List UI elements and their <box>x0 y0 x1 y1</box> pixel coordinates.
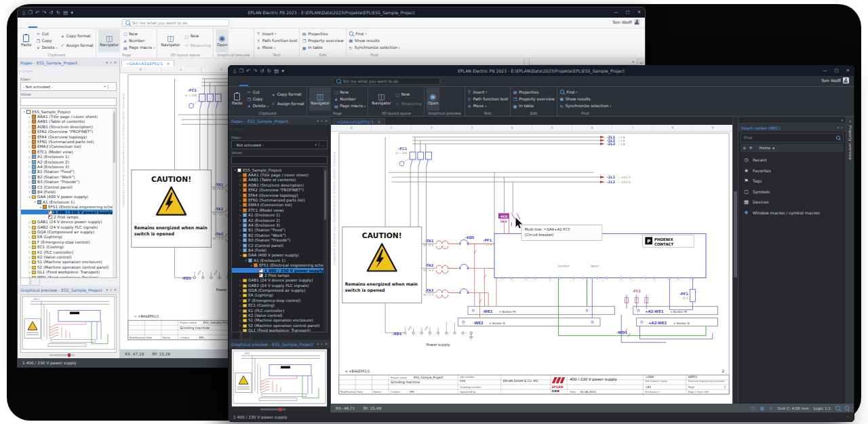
ribbon-search[interactable]: Tell me what you want to do <box>122 19 229 26</box>
property-overview-button[interactable]: ❐Property overview <box>302 39 344 43</box>
show-results-button[interactable]: ▦Show results <box>349 38 400 43</box>
tab-close-icon[interactable]: ✕ <box>166 62 170 66</box>
tree-item[interactable]: 1 400 / 230 V power supply <box>232 268 327 273</box>
tree-item[interactable]: ▾ ESS_Sample_Project <box>232 168 327 172</box>
tree-item[interactable]: ▷ A4 (Enclosure 3) <box>232 223 327 227</box>
property-overview-button[interactable]: ❐Property overview <box>513 97 555 102</box>
tree-item[interactable]: ▷ AAB1 (Table of contents) <box>21 119 116 124</box>
tree-item[interactable]: ▷ GAB1 (24 V device power supply) <box>21 220 116 225</box>
editor-canvas[interactable]: Protected by copyright. Passing on as we… <box>331 132 732 404</box>
user-account[interactable]: Tom Wolff <box>612 19 640 25</box>
tree-scrollbar[interactable] <box>113 109 116 277</box>
qat-icon[interactable]: ↺ <box>49 7 53 18</box>
tree-item[interactable]: ▷ EFN1 (Summarized parts list) <box>21 139 116 144</box>
breadcrumb[interactable]: Home ▸ <box>756 145 778 151</box>
tree-item[interactable]: ▷ GL1 (Feed workpiece: Transport) <box>21 270 116 275</box>
insert-center-item[interactable]: ◷ Recent <box>738 155 846 166</box>
tree-item[interactable]: ▷ EC1 (Cooling) <box>232 303 327 308</box>
ribbon-tab[interactable] <box>275 76 283 86</box>
tree-item[interactable]: ▷ GAB2 (24 V supply PLC signals) <box>21 225 116 229</box>
zoom-out-icon[interactable] <box>845 406 850 410</box>
tree-item[interactable]: ▾ GAA (400 V power supply) <box>232 253 327 258</box>
page-new-button[interactable]: ▢New <box>123 31 155 36</box>
editor-vertical-scrollbar[interactable] <box>732 117 738 404</box>
assign-format-button[interactable]: ✓Assign format <box>271 101 304 106</box>
panel-menu-icon[interactable]: ▾ <box>106 288 108 292</box>
maximize-button[interactable]: ▢ <box>622 7 633 18</box>
value-input[interactable] <box>20 98 117 106</box>
paste-button[interactable]: Paste <box>20 29 33 52</box>
find-button[interactable]: Find▾ <box>559 90 611 94</box>
tree-item[interactable]: ▷ AAB1 (Table of contents) <box>232 178 327 182</box>
synchronize-selection-button[interactable]: ↻Synchronize selection▾ <box>349 45 400 50</box>
qat-icon[interactable]: ❐ <box>239 66 243 76</box>
tree-item[interactable]: ▷ B2 (Station "Work") <box>232 233 327 237</box>
grid-icon[interactable]: ▦ <box>760 406 764 411</box>
qat-icon[interactable]: ↺ <box>260 66 264 76</box>
page-number-button[interactable]: #Number <box>334 97 366 102</box>
cut-button[interactable]: ✂Cut <box>36 31 58 36</box>
close-icon[interactable]: ✕ <box>848 119 851 123</box>
panel-pin-icon[interactable]: ⌖ <box>110 288 112 292</box>
dock-tab[interactable] <box>19 71 23 73</box>
ribbon-tab[interactable] <box>231 76 239 86</box>
logic-scale-indicator[interactable]: Logic 1:1 <box>814 406 831 410</box>
copy-button[interactable]: ❐Copy <box>247 97 269 102</box>
tree-item[interactable]: ▷ EC1 (Cooling) <box>21 245 116 250</box>
tree-item[interactable]: ▷ ADB1 (Structure description) <box>21 124 116 129</box>
copy-button[interactable]: ❐Copy <box>36 39 58 43</box>
panel-menu-icon[interactable]: ▾ <box>106 60 108 65</box>
tree-item[interactable]: ▷ A2 (Enclosure 2) <box>232 218 327 223</box>
tree-item[interactable]: ▷ EFA4 (Overview topology) <box>232 193 327 197</box>
insert-center-item[interactable]: ❖ Window macros / symbol macros <box>738 208 846 218</box>
panel-menu-icon[interactable]: ▾ <box>837 126 840 130</box>
tree-item[interactable]: ▷ A1 (Enclosure 1) <box>21 155 116 159</box>
synchronize-selection-button[interactable]: ↻Synchronize selection▾ <box>559 104 611 109</box>
layout-new-button[interactable]: ▢New <box>395 92 422 97</box>
page-macro-button[interactable]: ▤Page macro▾ <box>334 104 366 109</box>
tree-item[interactable]: ▷ EFA2 (Overview "PROFINET") <box>21 130 116 134</box>
tree-item[interactable]: ▷ AAA1 (Title page / cover sheet) <box>21 114 116 119</box>
tree-item[interactable]: ▾ EFS1 (Electrical engineering schematic… <box>232 263 327 267</box>
properties-button[interactable]: ▤Properties <box>302 31 344 36</box>
graphical-preview-canvas[interactable]: -XD1 <box>20 294 117 353</box>
tree-item[interactable]: ▷ K1 (PLC controller) <box>21 250 116 254</box>
qat-icon[interactable]: ▾ <box>281 66 284 76</box>
move-button[interactable]: ✛Move▾ <box>256 45 298 50</box>
tree-item[interactable]: ▷ K1 (PLC controller) <box>232 308 327 313</box>
tree-item[interactable]: ▷ F (Emergency-stop control) <box>21 239 116 244</box>
ribbon-tab[interactable] <box>292 76 301 86</box>
dock-tab[interactable] <box>235 129 239 131</box>
filter-more-button[interactable]: ... <box>108 85 114 89</box>
ribbon-tab[interactable] <box>46 18 55 28</box>
user-account[interactable]: Tom Wolff <box>821 77 849 83</box>
tree-item[interactable]: ▷ ETC1 (Model view) <box>21 149 116 154</box>
path-function-text-button[interactable]: TPath function text <box>256 39 298 43</box>
tree-item[interactable]: 1 400 / 230 V power supply <box>21 210 116 214</box>
maximize-button[interactable]: ▢ <box>831 66 842 76</box>
tree-item[interactable]: ▷ S2 (Machine operation control panel) <box>21 265 116 269</box>
assign-format-button[interactable]: ✓Assign format <box>60 43 94 47</box>
tree-item[interactable]: ▾ ESS_Sample_Project <box>21 109 116 114</box>
tree-item[interactable]: ▷ A2 (Enclosure 2) <box>21 159 116 164</box>
minimize-button[interactable]: — <box>610 7 622 18</box>
dock-tab[interactable] <box>230 129 234 131</box>
filter-combobox[interactable]: - Not activated - ▾ ... <box>231 140 328 149</box>
ribbon-tab[interactable] <box>283 76 292 86</box>
measuring-button[interactable]: ▭Measuring <box>395 101 422 106</box>
tree-item[interactable]: 2 Pilot lamps <box>232 273 327 277</box>
copy-format-button[interactable]: ✦Copy format <box>271 92 304 97</box>
text-insert-button[interactable]: TInsert▾ <box>467 90 509 94</box>
tree-item[interactable]: ▷ ETC1 (Model view) <box>232 208 327 212</box>
collapsed-panel-bar[interactable]: ▾ <box>738 117 846 123</box>
qat-icon[interactable]: ↶ <box>35 7 39 18</box>
tree-item[interactable]: ▷ B4 (Field) <box>232 248 327 252</box>
panel-close-icon[interactable]: ✕ <box>325 342 328 347</box>
tree-item[interactable]: ▷ GAB1 (24 V device power supply) <box>232 278 327 283</box>
tree-item[interactable]: ▷ EA (Lighting) <box>21 235 116 239</box>
panel-pin-icon[interactable]: ⌖ <box>110 60 112 65</box>
grid-size-indicator[interactable]: Grid C: 4,00 mm <box>777 406 808 410</box>
cut-button[interactable]: ✂Cut <box>247 90 269 94</box>
minimize-button[interactable]: — <box>819 66 831 76</box>
ribbon-tab[interactable] <box>257 76 266 86</box>
